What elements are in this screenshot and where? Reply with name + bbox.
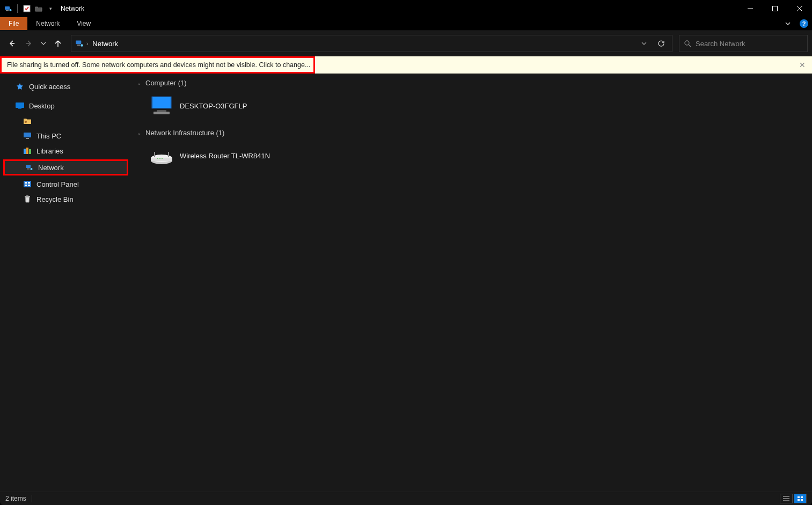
tab-file[interactable]: File bbox=[0, 17, 27, 30]
libraries-icon bbox=[23, 146, 32, 156]
svg-rect-35 bbox=[157, 110, 166, 112]
status-item-count: 2 items bbox=[5, 495, 26, 502]
network-computer-item[interactable]: DESKTOP-O3FGFLP bbox=[147, 92, 286, 119]
location-network-icon bbox=[74, 38, 85, 49]
svg-rect-23 bbox=[26, 165, 31, 168]
sidebar-label: Quick access bbox=[29, 83, 70, 91]
svg-rect-21 bbox=[26, 148, 28, 154]
minimize-button[interactable] bbox=[738, 0, 763, 17]
group-label: Network Infrastructure (1) bbox=[145, 129, 224, 137]
titlebar: ▾ Network bbox=[0, 0, 812, 17]
svg-rect-30 bbox=[28, 185, 30, 186]
svg-rect-5 bbox=[773, 6, 778, 11]
recycle-bin-icon bbox=[23, 194, 32, 204]
navigation-toolbar: › Network bbox=[0, 31, 812, 56]
svg-rect-19 bbox=[26, 138, 29, 139]
search-box[interactable] bbox=[679, 35, 808, 52]
navigation-pane: Quick access Desktop This PC Libraries N… bbox=[0, 74, 131, 492]
svg-point-17 bbox=[25, 121, 27, 123]
sidebar-item-recycle-bin[interactable]: Recycle Bin bbox=[0, 192, 131, 207]
sidebar-item-quick-access[interactable]: Quick access bbox=[0, 79, 131, 94]
group-header-infrastructure[interactable]: ⌄ Network Infrastructure (1) bbox=[135, 127, 812, 139]
address-bar[interactable]: › Network bbox=[71, 35, 672, 52]
info-bar-close-button[interactable]: ✕ bbox=[799, 61, 806, 69]
svg-rect-1 bbox=[6, 10, 9, 11]
up-button[interactable] bbox=[50, 36, 65, 51]
svg-rect-28 bbox=[28, 182, 30, 184]
svg-point-25 bbox=[31, 168, 33, 170]
breadcrumb-network[interactable]: Network bbox=[89, 40, 121, 48]
qat-separator bbox=[17, 4, 18, 13]
ribbon-tabs: File Network View ? bbox=[0, 17, 812, 31]
close-button[interactable] bbox=[787, 0, 812, 17]
breadcrumb-separator-icon[interactable]: › bbox=[85, 41, 89, 47]
info-bar[interactable]: File sharing is turned off. Some network… bbox=[0, 56, 812, 74]
sidebar-label: Network bbox=[38, 164, 64, 172]
svg-rect-29 bbox=[25, 185, 27, 186]
svg-point-12 bbox=[81, 44, 83, 47]
new-folder-icon[interactable] bbox=[34, 4, 43, 13]
back-button[interactable] bbox=[4, 36, 19, 51]
search-input[interactable] bbox=[696, 40, 803, 48]
main-area: Quick access Desktop This PC Libraries N… bbox=[0, 74, 812, 492]
svg-rect-36 bbox=[153, 112, 170, 114]
window-title: Network bbox=[61, 5, 84, 12]
svg-rect-49 bbox=[801, 496, 803, 498]
svg-point-42 bbox=[157, 158, 158, 159]
tab-network[interactable]: Network bbox=[27, 17, 68, 30]
svg-rect-20 bbox=[24, 149, 26, 154]
svg-rect-24 bbox=[27, 169, 30, 170]
star-icon bbox=[15, 82, 25, 91]
sidebar-label: Libraries bbox=[36, 147, 63, 155]
status-divider bbox=[32, 495, 32, 502]
svg-rect-51 bbox=[801, 499, 803, 501]
sidebar-item-this-pc[interactable]: This PC bbox=[0, 128, 131, 143]
svg-rect-32 bbox=[26, 195, 28, 196]
item-label: DESKTOP-O3FGFLP bbox=[180, 102, 247, 110]
maximize-button[interactable] bbox=[763, 0, 787, 17]
svg-point-43 bbox=[159, 158, 160, 159]
sidebar-item-desktop[interactable]: Desktop bbox=[0, 98, 131, 113]
qat-dropdown-icon[interactable]: ▾ bbox=[46, 4, 55, 13]
sidebar-item-network[interactable]: Network bbox=[3, 159, 128, 175]
svg-rect-22 bbox=[29, 149, 31, 154]
svg-rect-27 bbox=[25, 182, 27, 184]
router-icon bbox=[149, 144, 174, 167]
sidebar-label: Recycle Bin bbox=[36, 195, 74, 203]
recent-locations-button[interactable] bbox=[39, 36, 48, 51]
this-pc-icon bbox=[23, 131, 32, 141]
search-icon bbox=[684, 40, 691, 47]
network-router-item[interactable]: Wireless Router TL-WR841N bbox=[147, 142, 286, 169]
sidebar-label: This PC bbox=[36, 132, 61, 140]
properties-icon[interactable] bbox=[22, 4, 32, 13]
desktop-icon bbox=[15, 101, 25, 111]
sidebar-item-libraries[interactable]: Libraries bbox=[0, 143, 131, 158]
help-button[interactable]: ? bbox=[796, 17, 812, 30]
svg-rect-18 bbox=[24, 133, 31, 137]
address-history-button[interactable] bbox=[635, 35, 653, 52]
info-bar-highlight: File sharing is turned off. Some network… bbox=[0, 56, 315, 74]
svg-rect-11 bbox=[77, 45, 81, 46]
svg-rect-50 bbox=[798, 499, 800, 501]
chevron-down-icon: ⌄ bbox=[137, 130, 144, 136]
ribbon-collapse-button[interactable] bbox=[780, 17, 796, 30]
item-label: Wireless Router TL-WR841N bbox=[180, 152, 270, 160]
status-bar: 2 items bbox=[0, 492, 812, 505]
forward-button[interactable] bbox=[21, 36, 36, 51]
group-header-computer[interactable]: ⌄ Computer (1) bbox=[135, 77, 812, 89]
content-pane: ⌄ Computer (1) DESKTOP-O3FGFLP ⌄ Network… bbox=[131, 74, 812, 492]
sidebar-item-control-panel[interactable]: Control Panel bbox=[0, 177, 131, 192]
network-icon bbox=[24, 163, 34, 172]
sidebar-item-user[interactable] bbox=[0, 113, 131, 128]
svg-point-2 bbox=[10, 9, 12, 11]
chevron-down-icon: ⌄ bbox=[137, 80, 144, 86]
view-toggles bbox=[780, 494, 807, 503]
view-large-icons-button[interactable] bbox=[794, 494, 807, 503]
group-label: Computer (1) bbox=[145, 79, 187, 87]
svg-rect-0 bbox=[5, 6, 10, 10]
svg-point-13 bbox=[685, 41, 689, 45]
quick-access-toolbar: ▾ bbox=[3, 4, 55, 13]
view-details-button[interactable] bbox=[780, 494, 793, 503]
tab-view[interactable]: View bbox=[68, 17, 99, 30]
refresh-button[interactable] bbox=[653, 35, 670, 52]
